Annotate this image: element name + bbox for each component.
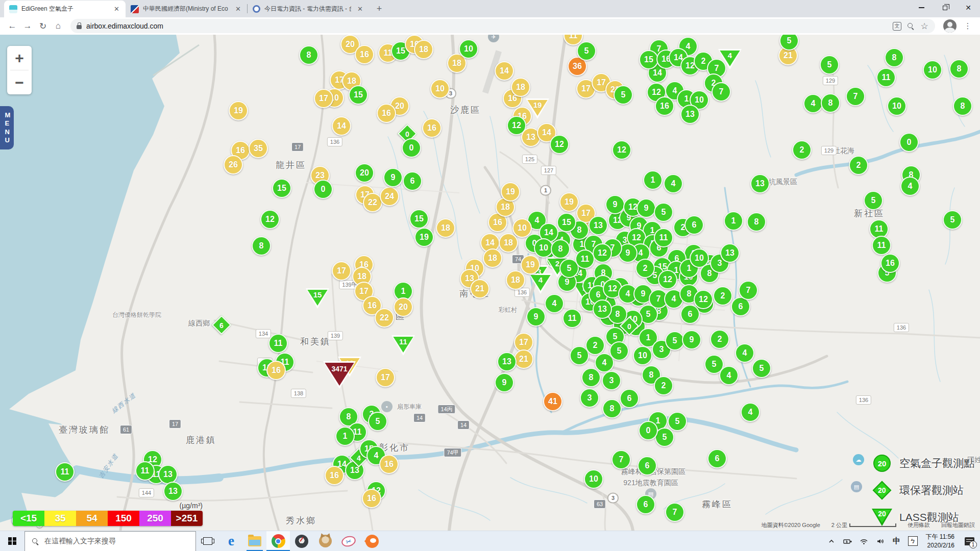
- taskbar-fox-app[interactable]: [313, 531, 337, 551]
- aqi-marker[interactable]: 19: [414, 228, 434, 247]
- aqi-marker[interactable]: 1: [643, 170, 663, 190]
- aqi-marker[interactable]: 15: [349, 85, 368, 105]
- aqi-marker[interactable]: 18: [506, 270, 525, 290]
- aqi-marker[interactable]: 13: [589, 216, 608, 235]
- aqi-marker[interactable]: 4: [735, 343, 754, 363]
- tab-edigreen[interactable]: EdiGreen 空氣盒子 ✕: [4, 1, 126, 17]
- aqi-marker[interactable]: 8: [953, 96, 972, 116]
- aqi-marker[interactable]: 21: [470, 279, 489, 298]
- restore-button[interactable]: [933, 0, 957, 15]
- aqi-marker[interactable]: 11: [55, 462, 75, 482]
- close-button[interactable]: ✕: [957, 0, 980, 15]
- aqi-marker[interactable]: 18: [414, 40, 433, 59]
- aqi-marker[interactable]: 9: [526, 307, 546, 327]
- aqi-marker[interactable]: 5: [577, 41, 596, 61]
- wifi-icon[interactable]: [856, 531, 872, 551]
- aqi-marker[interactable]: 15: [557, 213, 576, 232]
- aqi-marker[interactable]: 11: [575, 249, 595, 269]
- aqi-marker[interactable]: 10: [459, 39, 478, 59]
- aqi-marker[interactable]: 15: [272, 179, 291, 198]
- aqi-marker[interactable]: 17: [376, 368, 395, 387]
- aqi-marker[interactable]: 6: [638, 456, 657, 475]
- aqi-marker[interactable]: 19: [501, 182, 520, 202]
- aqi-marker[interactable]: 12: [550, 135, 569, 154]
- new-tab-button[interactable]: +: [372, 2, 386, 16]
- aqi-marker[interactable]: 8: [821, 93, 840, 113]
- aqi-marker[interactable]: 12: [260, 210, 280, 229]
- menu-button[interactable]: MENU: [0, 106, 14, 149]
- profile-avatar[interactable]: [943, 19, 957, 33]
- aqi-marker[interactable]: 22: [375, 308, 394, 328]
- aqi-marker[interactable]: 6: [707, 449, 727, 468]
- aqi-marker[interactable]: 2: [654, 376, 673, 395]
- aqi-marker[interactable]: 6: [403, 171, 422, 191]
- tab-moea[interactable]: 中華民國經濟部(Ministry of Eco ✕: [126, 1, 247, 17]
- aqi-marker[interactable]: 6: [620, 389, 639, 408]
- aqi-marker[interactable]: 4: [545, 294, 564, 313]
- aqi-marker[interactable]: 8: [885, 48, 904, 67]
- aqi-marker[interactable]: 11: [872, 236, 891, 255]
- bookmark-star-icon[interactable]: ☆: [920, 21, 929, 31]
- address-bar[interactable]: airbox.edimaxcloud.com 文 ☆: [70, 19, 935, 33]
- aqi-marker[interactable]: 16: [377, 104, 396, 123]
- aqi-marker[interactable]: 10: [633, 346, 652, 365]
- aqi-marker[interactable]: 6: [680, 305, 700, 324]
- aqi-marker[interactable]: 13: [720, 243, 740, 263]
- aqi-marker[interactable]: 16: [880, 254, 900, 273]
- aqi-marker[interactable]: 2: [713, 286, 732, 306]
- aqi-marker[interactable]: 19: [559, 192, 579, 212]
- aqi-marker[interactable]: 16: [266, 361, 286, 380]
- aqi-marker[interactable]: 4: [529, 273, 552, 294]
- aqi-marker[interactable]: 11: [562, 309, 582, 328]
- aqi-marker[interactable]: 9: [495, 373, 514, 392]
- aqi-marker[interactable]: 2: [792, 140, 812, 160]
- aqi-marker[interactable]: 19: [521, 255, 540, 274]
- aqi-marker[interactable]: 1: [724, 211, 743, 231]
- translate-icon[interactable]: 文: [893, 22, 901, 31]
- aqi-marker[interactable]: 16: [362, 489, 381, 508]
- aqi-marker[interactable]: 12: [658, 270, 677, 289]
- aqi-marker[interactable]: 8: [747, 212, 766, 232]
- aqi-marker[interactable]: 2: [585, 336, 605, 355]
- aqi-marker[interactable]: 18: [511, 78, 530, 97]
- aqi-marker[interactable]: 5: [820, 55, 839, 74]
- aqi-marker[interactable]: 8: [299, 45, 318, 65]
- aqi-marker[interactable]: 18: [483, 248, 502, 268]
- aqi-marker[interactable]: 11: [391, 335, 415, 356]
- aqi-marker[interactable]: 16: [355, 45, 374, 64]
- aqi-marker[interactable]: 13: [750, 174, 770, 193]
- aqi-marker[interactable]: 10: [923, 60, 942, 80]
- tab-close-icon[interactable]: ✕: [355, 5, 365, 13]
- aqi-marker[interactable]: 18: [499, 233, 518, 253]
- task-view-button[interactable]: [196, 531, 219, 551]
- aqi-marker[interactable]: 9: [605, 195, 625, 214]
- aqi-marker[interactable]: 5: [368, 412, 387, 431]
- aqi-marker[interactable]: 4: [803, 94, 823, 113]
- aqi-marker[interactable]: 10: [430, 79, 450, 98]
- forward-button[interactable]: →: [20, 19, 35, 33]
- aqi-marker[interactable]: 5: [668, 412, 687, 431]
- tab-close-icon[interactable]: ✕: [233, 5, 243, 13]
- aqi-marker[interactable]: 15: [639, 50, 658, 69]
- aqi-marker[interactable]: 8: [252, 236, 271, 256]
- aqi-marker[interactable]: 11: [135, 461, 155, 481]
- aqi-marker[interactable]: 5: [614, 85, 633, 105]
- aqi-marker[interactable]: 3471: [323, 361, 356, 389]
- air-quality-map[interactable]: 沙鹿區龍井區大肚區南屯區彩虹村和美鎮鹿港鎮彰化市秀水鄉霧峰區霧峰林家宮保第園區9…: [0, 35, 980, 531]
- terms-link[interactable]: 使用條款: [908, 521, 930, 529]
- aqi-marker[interactable]: 11: [268, 334, 288, 353]
- aqi-marker[interactable]: 6: [684, 215, 704, 235]
- aqi-marker[interactable]: 5: [943, 210, 962, 230]
- aqi-marker[interactable]: 20: [355, 163, 374, 183]
- start-button[interactable]: [0, 531, 24, 551]
- aqi-marker[interactable]: 4: [664, 174, 683, 193]
- taskbar-search-input[interactable]: 在這裡輸入文字來搜尋: [24, 531, 196, 551]
- aqi-marker[interactable]: 3: [602, 371, 621, 390]
- zoom-out-button[interactable]: −: [7, 70, 32, 94]
- reload-button[interactable]: ↻: [36, 19, 50, 33]
- zoom-in-button[interactable]: +: [7, 46, 32, 70]
- aqi-marker[interactable]: 16: [325, 466, 344, 485]
- aqi-marker[interactable]: 19: [229, 101, 248, 120]
- aqi-marker[interactable]: 14: [495, 61, 514, 81]
- aqi-marker[interactable]: 10: [512, 218, 532, 238]
